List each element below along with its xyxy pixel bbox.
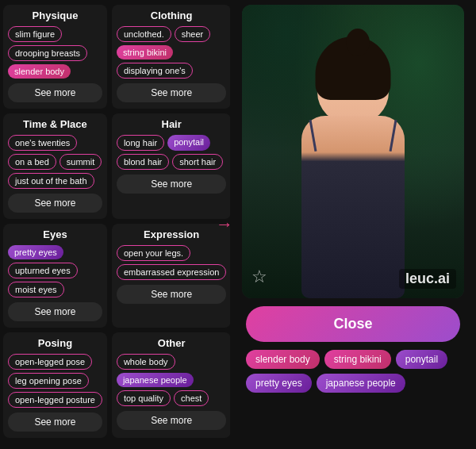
category-other: Otherwhole bodyjapanese peopletop qualit… (112, 332, 230, 438)
tag[interactable]: japanese people (117, 373, 194, 387)
tags-container-eyes: pretty eyesupturned eyesmoist eyes (8, 245, 102, 297)
category-title-clothing: Clothing (117, 10, 226, 21)
char-hair-bun (346, 29, 370, 56)
tag[interactable]: just out of the bath (8, 173, 94, 189)
see-more-button-other[interactable]: See more (117, 411, 226, 430)
tags-container-time-place: one's twentieson a bedsummitjust out of … (8, 135, 102, 189)
tag[interactable]: ponytail (167, 135, 210, 151)
star-badge[interactable]: ☆ (251, 267, 267, 287)
tag[interactable]: short hair (172, 154, 223, 170)
char-body (301, 116, 405, 298)
category-title-time-place: Time & Place (8, 118, 102, 130)
category-time-place: Time & Placeone's twentieson a bedsummit… (3, 113, 107, 219)
right-panel: → ☆ leuc.ai Close slender bodystring bik… (230, 0, 476, 449)
tag[interactable]: embarrassed expression (117, 264, 226, 280)
category-title-hair: Hair (117, 118, 226, 130)
tag[interactable]: open-legged pose (8, 354, 92, 370)
tag[interactable]: slender body (8, 64, 71, 79)
tag[interactable]: displaying one's (117, 63, 193, 79)
watermark: leuc.ai (399, 269, 456, 289)
tag[interactable]: unclothed. (117, 26, 171, 42)
tag[interactable]: blond hair (117, 154, 169, 170)
tags-container-clothing: unclothed.sheerstring bikinidisplaying o… (117, 26, 226, 79)
tag[interactable]: upturned eyes (8, 263, 78, 278)
category-expression: Expressionopen your legs.embarrassed exp… (112, 224, 230, 328)
category-posing: Posingopen-legged poseleg opening poseop… (3, 332, 107, 438)
tag[interactable]: drooping breasts (8, 45, 87, 61)
category-clothing: Clothingunclothed.sheerstring bikinidisp… (112, 5, 230, 109)
tag[interactable]: string bikini (117, 45, 173, 59)
close-button[interactable]: Close (246, 306, 460, 342)
tag[interactable]: open your legs. (117, 245, 190, 261)
category-title-eyes: Eyes (8, 228, 102, 240)
category-physique: Physiqueslim figuredrooping breastsslend… (3, 5, 107, 109)
tag[interactable]: one's twenties (8, 135, 77, 151)
tag[interactable]: leg opening pose (8, 373, 89, 389)
category-eyes: Eyespretty eyesupturned eyesmoist eyesSe… (3, 224, 107, 328)
tag[interactable]: moist eyes (8, 282, 64, 297)
selected-tags-area: slender bodystring bikiniponytailpretty … (246, 350, 460, 393)
selected-tag[interactable]: japanese people (317, 374, 405, 393)
see-more-button-eyes[interactable]: See more (8, 302, 102, 321)
category-title-posing: Posing (8, 337, 102, 349)
tag[interactable]: chest (174, 390, 209, 406)
category-title-other: Other (117, 337, 226, 349)
category-title-physique: Physique (8, 10, 102, 21)
selected-tag[interactable]: ponytail (396, 350, 447, 369)
see-more-button-physique[interactable]: See more (8, 83, 102, 102)
selected-tag[interactable]: string bikini (324, 350, 391, 369)
tags-container-hair: long hairponytailblond hairshort hair (117, 135, 226, 170)
tags-container-physique: slim figuredrooping breastsslender body (8, 26, 102, 79)
image-bg (242, 5, 464, 298)
tag[interactable]: slim figure (8, 26, 62, 42)
see-more-button-posing[interactable]: See more (8, 413, 102, 432)
tags-container-expression: open your legs.embarrassed expression (117, 245, 226, 280)
left-panel: Physiqueslim figuredrooping breastsslend… (0, 0, 230, 449)
image-container: ☆ leuc.ai (242, 5, 464, 298)
tag[interactable]: sheer (175, 26, 211, 42)
tag[interactable]: open-legged posture (8, 392, 102, 408)
tag[interactable]: whole body (117, 354, 175, 370)
tag[interactable]: summit (60, 154, 102, 170)
tags-container-other: whole bodyjapanese peopletop qualityches… (117, 354, 226, 406)
selected-tag[interactable]: pretty eyes (246, 374, 312, 393)
tag[interactable]: on a bed (8, 154, 56, 170)
category-title-expression: Expression (117, 228, 226, 240)
tag[interactable]: long hair (117, 135, 164, 151)
see-more-button-time-place[interactable]: See more (8, 194, 102, 213)
category-hair: Hairlong hairponytailblond hairshort hai… (112, 113, 230, 219)
see-more-button-hair[interactable]: See more (117, 175, 226, 194)
tag[interactable]: pretty eyes (8, 245, 63, 259)
categories-grid: Physiqueslim figuredrooping breastsslend… (3, 5, 227, 438)
tags-container-posing: open-legged poseleg opening poseopen-leg… (8, 354, 102, 408)
character-figure (282, 29, 424, 298)
tag[interactable]: top quality (117, 390, 171, 406)
see-more-button-clothing[interactable]: See more (117, 83, 226, 102)
see-more-button-expression[interactable]: See more (117, 285, 226, 304)
arrow-indicator: → (216, 214, 233, 235)
selected-tag[interactable]: slender body (246, 350, 320, 369)
